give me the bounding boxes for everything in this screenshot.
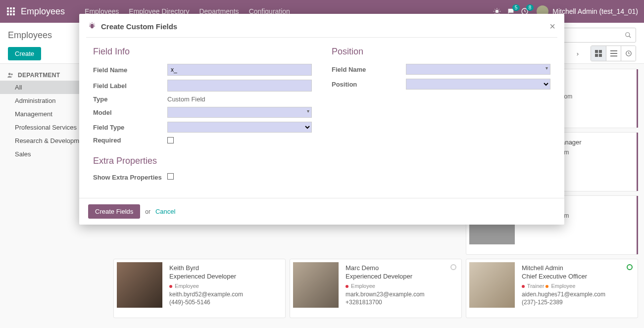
section-extra-properties: Extra Properties bbox=[93, 156, 312, 166]
label-required: Required bbox=[93, 137, 167, 144]
checkbox-show-extra[interactable] bbox=[167, 173, 174, 180]
label-field-type: Field Type bbox=[93, 124, 167, 131]
modal-close-button[interactable]: × bbox=[549, 21, 555, 32]
select-pos-field-name[interactable] bbox=[406, 64, 550, 75]
label-pos-position: Position bbox=[332, 81, 406, 88]
label-type: Type bbox=[93, 95, 167, 103]
bug-icon bbox=[88, 22, 96, 32]
label-field-label: Field Label bbox=[93, 82, 167, 90]
select-field-type[interactable] bbox=[167, 122, 312, 133]
create-fields-button[interactable]: Create Fields bbox=[88, 204, 140, 219]
input-field-label[interactable] bbox=[167, 80, 312, 92]
select-model[interactable] bbox=[167, 107, 312, 118]
create-custom-fields-modal: Create Custom Fields × Field Info Field … bbox=[79, 14, 564, 225]
label-field-name: Field Name bbox=[93, 66, 167, 74]
cancel-button[interactable]: Cancel bbox=[155, 208, 175, 215]
section-position: Position bbox=[332, 47, 550, 57]
select-pos-position[interactable] bbox=[406, 79, 550, 90]
section-field-info: Field Info bbox=[93, 47, 312, 57]
or-text: or bbox=[145, 208, 150, 215]
checkbox-required[interactable] bbox=[167, 137, 174, 143]
value-type: Custom Field bbox=[167, 95, 205, 103]
svg-point-22 bbox=[91, 24, 94, 28]
input-field-name[interactable] bbox=[167, 64, 312, 76]
label-show-extra: Show Extra Properties bbox=[93, 173, 167, 182]
label-pos-field-name: Field Name bbox=[332, 66, 406, 73]
modal-title: Create Custom Fields bbox=[101, 22, 177, 31]
label-model: Model bbox=[93, 109, 167, 116]
